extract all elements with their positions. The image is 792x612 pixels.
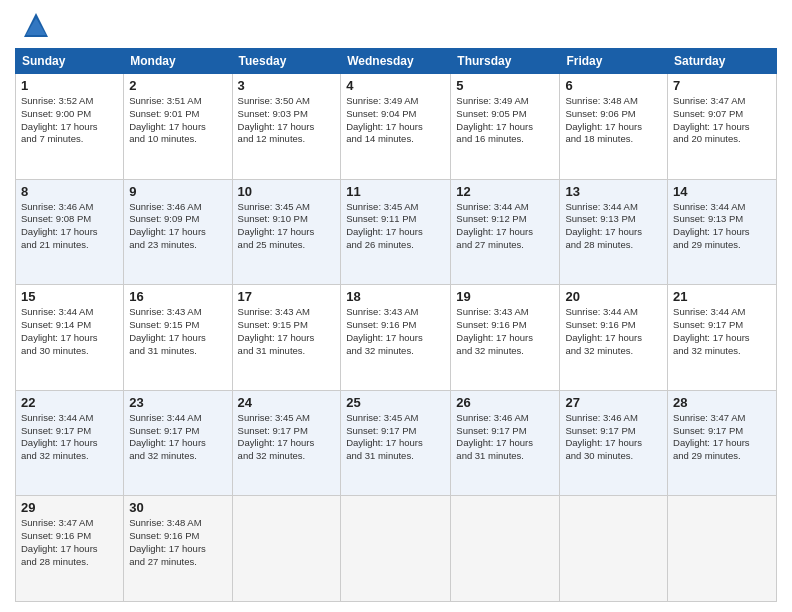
- table-row: 14 Sunrise: 3:44 AMSunset: 9:13 PMDaylig…: [668, 179, 777, 285]
- table-row: 17 Sunrise: 3:43 AMSunset: 9:15 PMDaylig…: [232, 285, 341, 391]
- day-info: Sunrise: 3:50 AMSunset: 9:03 PMDaylight:…: [238, 95, 315, 144]
- day-number: 28: [673, 395, 771, 410]
- day-info: Sunrise: 3:44 AMSunset: 9:13 PMDaylight:…: [565, 201, 642, 250]
- table-row: 24 Sunrise: 3:45 AMSunset: 9:17 PMDaylig…: [232, 390, 341, 496]
- day-info: Sunrise: 3:45 AMSunset: 9:10 PMDaylight:…: [238, 201, 315, 250]
- day-info: Sunrise: 3:44 AMSunset: 9:14 PMDaylight:…: [21, 306, 98, 355]
- table-row: [232, 496, 341, 602]
- day-info: Sunrise: 3:49 AMSunset: 9:04 PMDaylight:…: [346, 95, 423, 144]
- day-info: Sunrise: 3:47 AMSunset: 9:17 PMDaylight:…: [673, 412, 750, 461]
- day-info: Sunrise: 3:44 AMSunset: 9:16 PMDaylight:…: [565, 306, 642, 355]
- day-number: 2: [129, 78, 226, 93]
- calendar-table: Sunday Monday Tuesday Wednesday Thursday…: [15, 48, 777, 602]
- day-info: Sunrise: 3:45 AMSunset: 9:17 PMDaylight:…: [238, 412, 315, 461]
- day-info: Sunrise: 3:46 AMSunset: 9:08 PMDaylight:…: [21, 201, 98, 250]
- day-info: Sunrise: 3:44 AMSunset: 9:13 PMDaylight:…: [673, 201, 750, 250]
- day-number: 29: [21, 500, 118, 515]
- table-row: [668, 496, 777, 602]
- logo: [15, 10, 51, 40]
- table-row: 10 Sunrise: 3:45 AMSunset: 9:10 PMDaylig…: [232, 179, 341, 285]
- day-number: 23: [129, 395, 226, 410]
- day-number: 11: [346, 184, 445, 199]
- table-row: 13 Sunrise: 3:44 AMSunset: 9:13 PMDaylig…: [560, 179, 668, 285]
- table-row: 7 Sunrise: 3:47 AMSunset: 9:07 PMDayligh…: [668, 74, 777, 180]
- day-number: 27: [565, 395, 662, 410]
- calendar-week-row: 29 Sunrise: 3:47 AMSunset: 9:16 PMDaylig…: [16, 496, 777, 602]
- day-info: Sunrise: 3:51 AMSunset: 9:01 PMDaylight:…: [129, 95, 206, 144]
- calendar-week-row: 15 Sunrise: 3:44 AMSunset: 9:14 PMDaylig…: [16, 285, 777, 391]
- day-number: 14: [673, 184, 771, 199]
- day-number: 12: [456, 184, 554, 199]
- day-number: 16: [129, 289, 226, 304]
- svg-marker-1: [26, 18, 46, 35]
- day-info: Sunrise: 3:46 AMSunset: 9:17 PMDaylight:…: [456, 412, 533, 461]
- calendar-week-row: 22 Sunrise: 3:44 AMSunset: 9:17 PMDaylig…: [16, 390, 777, 496]
- table-row: 2 Sunrise: 3:51 AMSunset: 9:01 PMDayligh…: [124, 74, 232, 180]
- table-row: 15 Sunrise: 3:44 AMSunset: 9:14 PMDaylig…: [16, 285, 124, 391]
- day-info: Sunrise: 3:44 AMSunset: 9:12 PMDaylight:…: [456, 201, 533, 250]
- col-wednesday: Wednesday: [341, 49, 451, 74]
- day-info: Sunrise: 3:47 AMSunset: 9:16 PMDaylight:…: [21, 517, 98, 566]
- day-number: 1: [21, 78, 118, 93]
- table-row: 21 Sunrise: 3:44 AMSunset: 9:17 PMDaylig…: [668, 285, 777, 391]
- day-info: Sunrise: 3:44 AMSunset: 9:17 PMDaylight:…: [673, 306, 750, 355]
- day-number: 26: [456, 395, 554, 410]
- day-number: 8: [21, 184, 118, 199]
- table-row: 20 Sunrise: 3:44 AMSunset: 9:16 PMDaylig…: [560, 285, 668, 391]
- table-row: 12 Sunrise: 3:44 AMSunset: 9:12 PMDaylig…: [451, 179, 560, 285]
- table-row: 8 Sunrise: 3:46 AMSunset: 9:08 PMDayligh…: [16, 179, 124, 285]
- calendar-week-row: 1 Sunrise: 3:52 AMSunset: 9:00 PMDayligh…: [16, 74, 777, 180]
- table-row: 11 Sunrise: 3:45 AMSunset: 9:11 PMDaylig…: [341, 179, 451, 285]
- table-row: 3 Sunrise: 3:50 AMSunset: 9:03 PMDayligh…: [232, 74, 341, 180]
- table-row: 19 Sunrise: 3:43 AMSunset: 9:16 PMDaylig…: [451, 285, 560, 391]
- day-info: Sunrise: 3:44 AMSunset: 9:17 PMDaylight:…: [129, 412, 206, 461]
- day-info: Sunrise: 3:48 AMSunset: 9:16 PMDaylight:…: [129, 517, 206, 566]
- col-thursday: Thursday: [451, 49, 560, 74]
- header: [15, 10, 777, 40]
- table-row: 28 Sunrise: 3:47 AMSunset: 9:17 PMDaylig…: [668, 390, 777, 496]
- day-number: 30: [129, 500, 226, 515]
- table-row: 25 Sunrise: 3:45 AMSunset: 9:17 PMDaylig…: [341, 390, 451, 496]
- day-number: 21: [673, 289, 771, 304]
- calendar-header-row: Sunday Monday Tuesday Wednesday Thursday…: [16, 49, 777, 74]
- table-row: 18 Sunrise: 3:43 AMSunset: 9:16 PMDaylig…: [341, 285, 451, 391]
- day-number: 3: [238, 78, 336, 93]
- day-number: 9: [129, 184, 226, 199]
- day-info: Sunrise: 3:45 AMSunset: 9:11 PMDaylight:…: [346, 201, 423, 250]
- day-info: Sunrise: 3:43 AMSunset: 9:16 PMDaylight:…: [456, 306, 533, 355]
- table-row: 26 Sunrise: 3:46 AMSunset: 9:17 PMDaylig…: [451, 390, 560, 496]
- table-row: 30 Sunrise: 3:48 AMSunset: 9:16 PMDaylig…: [124, 496, 232, 602]
- table-row: [341, 496, 451, 602]
- col-sunday: Sunday: [16, 49, 124, 74]
- day-number: 22: [21, 395, 118, 410]
- day-info: Sunrise: 3:46 AMSunset: 9:17 PMDaylight:…: [565, 412, 642, 461]
- table-row: 1 Sunrise: 3:52 AMSunset: 9:00 PMDayligh…: [16, 74, 124, 180]
- col-friday: Friday: [560, 49, 668, 74]
- day-info: Sunrise: 3:44 AMSunset: 9:17 PMDaylight:…: [21, 412, 98, 461]
- day-number: 25: [346, 395, 445, 410]
- page: Sunday Monday Tuesday Wednesday Thursday…: [0, 0, 792, 612]
- table-row: 9 Sunrise: 3:46 AMSunset: 9:09 PMDayligh…: [124, 179, 232, 285]
- table-row: 27 Sunrise: 3:46 AMSunset: 9:17 PMDaylig…: [560, 390, 668, 496]
- col-monday: Monday: [124, 49, 232, 74]
- day-number: 10: [238, 184, 336, 199]
- day-number: 5: [456, 78, 554, 93]
- day-info: Sunrise: 3:49 AMSunset: 9:05 PMDaylight:…: [456, 95, 533, 144]
- table-row: 16 Sunrise: 3:43 AMSunset: 9:15 PMDaylig…: [124, 285, 232, 391]
- day-number: 7: [673, 78, 771, 93]
- day-info: Sunrise: 3:43 AMSunset: 9:15 PMDaylight:…: [238, 306, 315, 355]
- day-number: 13: [565, 184, 662, 199]
- day-info: Sunrise: 3:52 AMSunset: 9:00 PMDaylight:…: [21, 95, 98, 144]
- day-number: 24: [238, 395, 336, 410]
- calendar-week-row: 8 Sunrise: 3:46 AMSunset: 9:08 PMDayligh…: [16, 179, 777, 285]
- day-info: Sunrise: 3:45 AMSunset: 9:17 PMDaylight:…: [346, 412, 423, 461]
- table-row: 6 Sunrise: 3:48 AMSunset: 9:06 PMDayligh…: [560, 74, 668, 180]
- day-number: 18: [346, 289, 445, 304]
- day-number: 15: [21, 289, 118, 304]
- table-row: 4 Sunrise: 3:49 AMSunset: 9:04 PMDayligh…: [341, 74, 451, 180]
- day-info: Sunrise: 3:47 AMSunset: 9:07 PMDaylight:…: [673, 95, 750, 144]
- col-saturday: Saturday: [668, 49, 777, 74]
- table-row: 23 Sunrise: 3:44 AMSunset: 9:17 PMDaylig…: [124, 390, 232, 496]
- table-row: 29 Sunrise: 3:47 AMSunset: 9:16 PMDaylig…: [16, 496, 124, 602]
- day-number: 17: [238, 289, 336, 304]
